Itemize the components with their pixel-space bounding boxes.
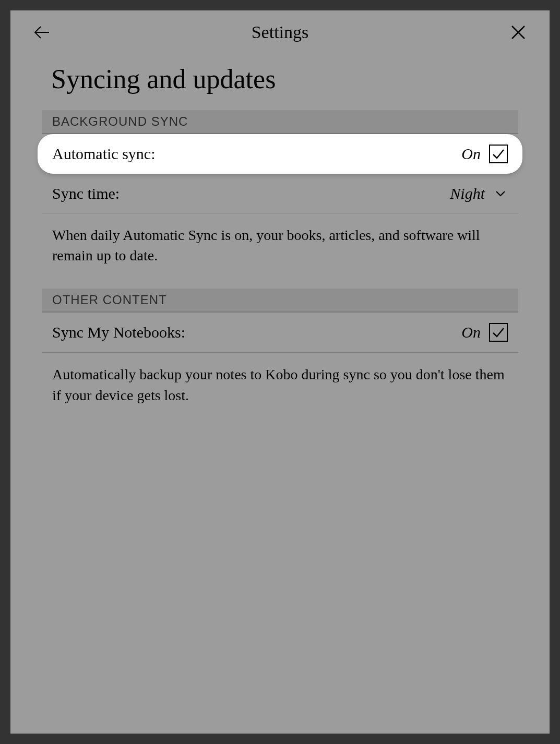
background-sync-description: When daily Automatic Sync is on, your bo… bbox=[42, 213, 518, 289]
sync-notebooks-label: Sync My Notebooks: bbox=[52, 323, 185, 341]
section-header-label: BACKGROUND SYNC bbox=[52, 114, 188, 128]
sync-notebooks-value: On bbox=[461, 323, 481, 341]
section-header-other-content: OTHER CONTENT bbox=[42, 289, 518, 313]
automatic-sync-value-group: On bbox=[461, 145, 508, 163]
section-header-background-sync: BACKGROUND SYNC bbox=[42, 110, 518, 134]
automatic-sync-label: Automatic sync: bbox=[52, 145, 155, 163]
page-title: Syncing and updates bbox=[10, 49, 550, 110]
automatic-sync-row[interactable]: Automatic sync: On bbox=[38, 134, 522, 174]
other-content-description: Automatically backup your notes to Kobo … bbox=[42, 353, 518, 428]
sync-notebooks-row[interactable]: Sync My Notebooks: On bbox=[42, 313, 518, 353]
close-icon[interactable] bbox=[508, 22, 529, 43]
outer-frame: Settings Syncing and updates BACKGROUND … bbox=[0, 0, 560, 744]
back-icon[interactable] bbox=[31, 22, 52, 43]
chevron-down-icon bbox=[493, 186, 508, 201]
header: Settings bbox=[10, 10, 550, 49]
sync-time-label: Sync time: bbox=[52, 185, 120, 202]
sync-time-value: Night bbox=[450, 185, 485, 202]
automatic-sync-checkbox[interactable] bbox=[489, 145, 508, 163]
sync-notebooks-checkbox[interactable] bbox=[489, 323, 508, 342]
header-title: Settings bbox=[52, 22, 508, 42]
sync-time-value-group: Night bbox=[450, 185, 508, 202]
settings-screen: Settings Syncing and updates BACKGROUND … bbox=[10, 10, 550, 734]
section-header-label: OTHER CONTENT bbox=[52, 293, 167, 307]
sync-time-row[interactable]: Sync time: Night bbox=[42, 174, 518, 213]
sync-notebooks-value-group: On bbox=[461, 323, 508, 342]
automatic-sync-value: On bbox=[461, 145, 481, 163]
